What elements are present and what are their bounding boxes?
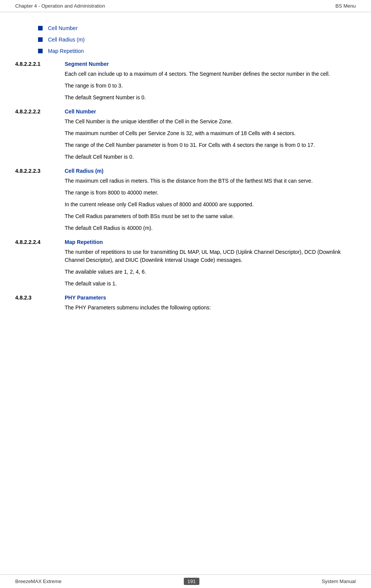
header-left: Chapter 4 - Operation and Administration [15, 3, 105, 9]
bullet-item: Cell Number [38, 25, 356, 31]
section-title: Map Repetition [65, 239, 103, 245]
section-paragraph: The number of repetitions to use for tra… [65, 248, 356, 264]
section-paragraph: The default Cell Radius is 40000 (m). [65, 224, 356, 232]
section-paragraph: The Cell Radius parameters of both BSs m… [65, 212, 356, 220]
section: 4.8.2.2.2.1Segment NumberEach cell can i… [15, 61, 356, 102]
section: 4.8.2.3PHY ParametersThe PHY Parameters … [15, 295, 356, 312]
section-body: The PHY Parameters submenu includes the … [65, 304, 356, 312]
section-header: 4.8.2.2.2.4Map Repetition [15, 239, 356, 245]
section-paragraph: Each cell can include up to a maximum of… [65, 70, 356, 78]
section-number: 4.8.2.2.2.3 [15, 168, 65, 174]
section-body: The maximum cell radius in meters. This … [65, 177, 356, 232]
bullet-list: Cell NumberCell Radius (m)Map Repetition [38, 25, 356, 54]
bullet-square-icon [38, 37, 43, 42]
bullet-item: Map Repetition [38, 48, 356, 54]
section-paragraph: The maximum number of Cells per Service … [65, 129, 356, 137]
section-paragraph: The PHY Parameters submenu includes the … [65, 304, 356, 312]
footer-page-number: 191 [184, 578, 200, 585]
section-number: 4.8.2.2.2.4 [15, 239, 65, 245]
section-paragraph: The default Cell Number is 0. [65, 153, 356, 161]
section: 4.8.2.2.2.3Cell Radius (m)The maximum ce… [15, 168, 356, 232]
section-paragraph: The range is from 0 to 3. [65, 82, 356, 90]
section-paragraph: The Cell Number is the unique identifier… [65, 118, 356, 126]
section-paragraph: The default Segment Number is 0. [65, 94, 356, 102]
bullet-square-icon [38, 26, 43, 30]
section-body: Each cell can include up to a maximum of… [65, 70, 356, 102]
section-header: 4.8.2.2.2.2Cell Number [15, 108, 356, 115]
footer-right: System Manual [322, 578, 356, 584]
bullet-square-icon [38, 49, 43, 53]
section-number: 4.8.2.2.2.2 [15, 108, 65, 115]
section-title: Cell Number [65, 108, 96, 115]
bullet-label: Cell Number [48, 25, 78, 31]
page-header: Chapter 4 - Operation and Administration… [0, 0, 371, 12]
section-paragraph: The maximum cell radius in meters. This … [65, 177, 356, 185]
section-paragraph: The range of the Cell Number parameter i… [65, 141, 356, 149]
section-number: 4.8.2.2.2.1 [15, 61, 65, 67]
section-paragraph: The range is from 8000 to 40000 meter. [65, 189, 356, 197]
sections-container: 4.8.2.2.2.1Segment NumberEach cell can i… [15, 61, 356, 312]
header-right: BS Menu [336, 3, 356, 9]
section-paragraph: The available values are 1, 2, 4, 6. [65, 268, 356, 276]
page-footer: BreezeMAX Extreme 191 System Manual [0, 574, 371, 588]
section-number: 4.8.2.3 [15, 295, 65, 301]
section-body: The Cell Number is the unique identifier… [65, 118, 356, 161]
section-paragraph: In the current release only Cell Radius … [65, 201, 356, 209]
bullet-label: Cell Radius (m) [48, 37, 84, 43]
section-title: Segment Number [65, 61, 109, 67]
section-header: 4.8.2.3PHY Parameters [15, 295, 356, 301]
bullet-item: Cell Radius (m) [38, 37, 356, 43]
main-content: Cell NumberCell Radius (m)Map Repetition… [0, 12, 371, 341]
section-title: PHY Parameters [65, 295, 106, 301]
section: 4.8.2.2.2.4Map RepetitionThe number of r… [15, 239, 356, 288]
section: 4.8.2.2.2.2Cell NumberThe Cell Number is… [15, 108, 356, 161]
section-body: The number of repetitions to use for tra… [65, 248, 356, 288]
section-title: Cell Radius (m) [65, 168, 103, 174]
bullet-label: Map Repetition [48, 48, 84, 54]
section-header: 4.8.2.2.2.1Segment Number [15, 61, 356, 67]
section-header: 4.8.2.2.2.3Cell Radius (m) [15, 168, 356, 174]
footer-left: BreezeMAX Extreme [15, 578, 61, 584]
section-paragraph: The default value is 1. [65, 280, 356, 288]
